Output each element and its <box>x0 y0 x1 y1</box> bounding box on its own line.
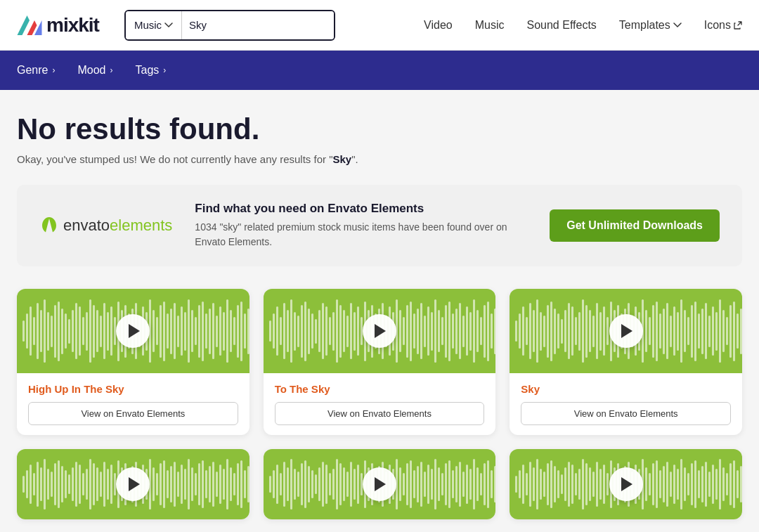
no-results-title: No results found. <box>17 112 742 146</box>
view-on-envato-button[interactable]: View on Envato Elements <box>28 402 238 425</box>
waveform-bar <box>219 306 221 356</box>
waveform-bar <box>494 309 496 354</box>
waveform-bar <box>209 466 211 502</box>
waveform-bar <box>198 463 200 505</box>
logo[interactable]: mixkit <box>17 14 99 37</box>
waveform-bar <box>244 470 246 498</box>
waveform-bar <box>163 301 165 361</box>
waveform-bar <box>167 470 169 498</box>
play-button[interactable] <box>363 314 396 348</box>
waveform-bar <box>575 317 577 345</box>
nav-sound-effects[interactable]: Sound Effects <box>527 19 597 32</box>
waveform-bar <box>529 303 531 359</box>
envato-logo: envatoelements <box>39 216 172 235</box>
play-button[interactable] <box>609 467 643 501</box>
waveform-bar <box>403 473 405 495</box>
waveform-bar <box>585 463 588 505</box>
sub-nav: Genre › Mood › Tags › <box>0 51 759 90</box>
waveform-bar <box>332 469 335 500</box>
music-card: High Up In The SkyView on Envato Element… <box>17 289 249 435</box>
search-clear-button[interactable]: × <box>330 11 335 39</box>
nav-music[interactable]: Music <box>475 19 505 32</box>
waveform-bar <box>269 320 271 342</box>
waveform-bar <box>357 465 359 504</box>
waveform-bar <box>191 310 193 352</box>
card-body: SkyView on Envato Elements <box>510 373 742 435</box>
waveform-bar <box>276 465 278 504</box>
waveform-bar <box>519 313 521 349</box>
waveform-bar <box>223 312 225 351</box>
waveform-bar <box>424 472 426 497</box>
waveform-bar <box>659 470 661 498</box>
waveform-bar <box>540 312 542 351</box>
waveform-bar <box>740 309 742 354</box>
nav-icons[interactable]: Icons <box>704 19 742 32</box>
waveform-bar <box>687 473 689 495</box>
waveform-bar <box>649 317 651 345</box>
waveform-bar <box>733 460 735 508</box>
waveform-bar <box>283 462 285 507</box>
envato-text-black: envato <box>63 216 110 234</box>
waveform-bar <box>557 470 559 498</box>
waveform-bar <box>181 306 183 356</box>
play-button[interactable] <box>363 467 396 501</box>
waveform-bar <box>237 305 239 358</box>
waveform-bar <box>79 465 81 504</box>
sub-nav-genre[interactable]: Genre › <box>17 64 55 77</box>
waveform-bar <box>448 301 450 361</box>
envato-cta-button[interactable]: Get Unlimited Downloads <box>550 209 720 242</box>
waveform-area <box>17 289 249 373</box>
waveform-bar <box>578 469 580 500</box>
waveform-bar <box>188 299 190 363</box>
waveform-bar <box>722 310 725 352</box>
sub-nav-tags[interactable]: Tags › <box>136 64 167 77</box>
sub-nav-mood[interactable]: Mood › <box>77 64 112 77</box>
waveform-bar <box>103 303 105 359</box>
waveform-bar <box>677 312 679 351</box>
waveform-bar <box>100 472 102 497</box>
envato-info: Find what you need on Envato Elements 10… <box>195 202 527 249</box>
search-filter-label: Music <box>134 19 162 31</box>
waveform-bar <box>487 301 489 361</box>
waveform-bar <box>322 462 324 507</box>
waveform-bar <box>694 301 696 361</box>
nav-templates-label: Templates <box>619 19 670 32</box>
waveform-bar <box>160 305 162 358</box>
waveform-bar <box>529 462 531 507</box>
waveform-bar <box>406 463 408 505</box>
waveform-bar <box>311 470 313 498</box>
view-on-envato-button[interactable]: View on Envato Elements <box>521 402 731 425</box>
waveform-bar <box>209 309 211 354</box>
waveform-bar <box>473 299 475 363</box>
waveform-bar <box>346 316 349 347</box>
waveform-bar <box>726 317 728 345</box>
waveform-bar <box>54 463 56 505</box>
view-on-envato-button[interactable]: View on Envato Elements <box>275 402 485 425</box>
waveform-bar <box>96 467 98 501</box>
waveform-bar <box>445 305 447 358</box>
waveform-bar <box>191 467 193 501</box>
waveform-bar <box>729 305 732 358</box>
search-input[interactable] <box>182 19 330 31</box>
waveform-bar <box>466 465 468 504</box>
nav-video[interactable]: Video <box>424 19 453 32</box>
play-button[interactable] <box>116 314 150 348</box>
waveform-bar <box>698 470 700 498</box>
waveform-bar <box>399 467 401 501</box>
waveform-bar <box>269 476 271 493</box>
nav-templates[interactable]: Templates <box>619 19 682 32</box>
waveform-bar <box>26 470 28 498</box>
waveform-bar <box>294 312 296 351</box>
waveform-bar <box>564 467 566 501</box>
waveform-bar <box>417 309 419 354</box>
play-button[interactable] <box>116 467 150 501</box>
waveform-bar <box>30 306 32 356</box>
search-filter-button[interactable]: Music <box>126 11 182 39</box>
waveform-bar <box>480 317 482 345</box>
waveform-bar <box>491 313 493 349</box>
waveform-bar <box>343 467 345 501</box>
waveform-bar <box>705 462 707 507</box>
waveform-bar <box>712 306 714 356</box>
play-button[interactable] <box>609 314 643 348</box>
waveform-bar <box>715 312 718 351</box>
